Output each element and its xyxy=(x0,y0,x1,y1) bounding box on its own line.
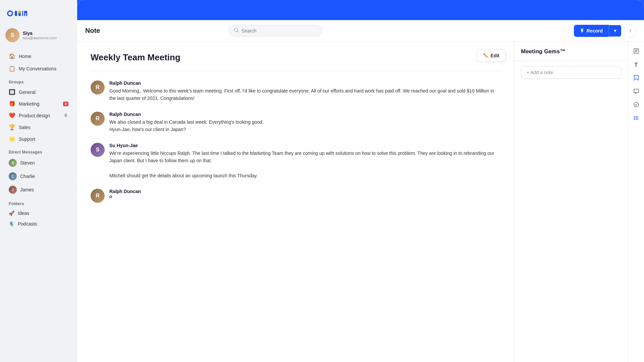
svg-point-16 xyxy=(634,116,635,117)
dm-label-charlie: Charlie xyxy=(20,174,35,179)
svg-rect-7 xyxy=(26,11,27,16)
svg-point-1 xyxy=(8,12,12,15)
sidebar-item-sales[interactable]: 🏆 Sales xyxy=(5,122,72,133)
message-author-ralph-2: Ralph Duncan xyxy=(109,112,264,117)
main-area: Note 🎙 Record ▼ ↑ xyxy=(77,0,644,362)
top-blue-strip xyxy=(77,0,644,20)
add-note-label: + Add a note xyxy=(527,70,553,75)
dm-label-steven: Steven xyxy=(20,160,35,166)
search-input[interactable] xyxy=(241,28,317,34)
sidebar-item-general-label: General xyxy=(19,89,36,95)
folder-label-ideas: Ideas xyxy=(18,210,29,216)
edit-label: Edit xyxy=(491,53,499,58)
folders-section-label: Folders xyxy=(9,201,72,206)
folder-item-ideas[interactable]: 🚀 Ideas xyxy=(5,208,72,218)
app-logo xyxy=(5,8,72,19)
sidebar-item-home-label: Home xyxy=(19,54,31,59)
conversations-icon: 📋 xyxy=(9,65,15,72)
search-bar[interactable] xyxy=(228,25,322,37)
note-panel: ✏️ Edit Weekly Team Meeting R Ralph Dunc… xyxy=(77,42,514,362)
sidebar: S Siya siya@awesome.com 🏠 Home 📋 My Conv… xyxy=(0,0,77,362)
svg-line-10 xyxy=(237,31,238,32)
record-dropdown-button[interactable]: ▼ xyxy=(609,25,621,37)
upload-button[interactable]: ↑ xyxy=(625,24,636,37)
user-name: Siya xyxy=(23,31,57,36)
svg-point-20 xyxy=(634,119,635,120)
sidebar-item-product-design[interactable]: ❤️ Product design 🎙 xyxy=(5,110,72,121)
user-email: siya@awesome.com xyxy=(23,36,57,40)
typing-dot-1 xyxy=(109,195,112,198)
support-icon: 🌟 xyxy=(9,136,15,142)
message-text-su-hyun: We're experiencing little hiccups Ralph.… xyxy=(109,149,500,180)
mic-icon: 🎙 xyxy=(64,113,68,118)
toolbar-check-button[interactable] xyxy=(630,99,642,111)
sidebar-item-support-label: Support xyxy=(19,136,35,142)
page-title: Note xyxy=(85,27,100,35)
add-note-button[interactable]: + Add a note xyxy=(521,66,621,79)
svg-rect-4 xyxy=(18,11,21,13)
typing-indicator xyxy=(109,195,141,198)
text-icon: T xyxy=(635,62,638,68)
header-bar: Note 🎙 Record ▼ ↑ xyxy=(77,20,644,42)
record-mic-icon: 🎙 xyxy=(580,28,585,34)
message-author-ralph-3: Ralph Duncan xyxy=(109,189,141,194)
dm-item-james[interactable]: J James xyxy=(5,183,72,196)
edit-button[interactable]: ✏️ Edit xyxy=(477,50,506,62)
toolbar-notes-button[interactable] xyxy=(630,46,642,58)
sidebar-item-product-design-label: Product design xyxy=(19,113,50,118)
note-divider xyxy=(91,71,500,71)
home-icon: 🏠 xyxy=(9,53,15,59)
user-avatar: S xyxy=(5,28,19,42)
toolbar-bookmark-button[interactable] xyxy=(630,72,642,84)
sidebar-item-marketing-label: Marketing xyxy=(19,101,39,107)
dm-label-james: James xyxy=(20,187,34,192)
dm-section-label: Direct Messages xyxy=(9,150,72,155)
toolbar-list-button[interactable] xyxy=(630,113,642,125)
avatar-su-hyun: S xyxy=(91,143,105,157)
dm-item-charlie[interactable]: C Charlie xyxy=(5,170,72,183)
sidebar-item-support[interactable]: 🌟 Support xyxy=(5,133,72,144)
general-icon: 🔲 xyxy=(9,89,15,95)
dm-item-steven[interactable]: S Steven xyxy=(5,157,72,169)
message-body-ralph-1: Ralph Duncan Good Morning,. Welcome to t… xyxy=(109,80,500,102)
folder-label-podcasts: Podcasts xyxy=(18,221,37,227)
record-button[interactable]: 🎙 Record xyxy=(574,25,609,37)
toolbar-text-button[interactable]: T xyxy=(630,59,642,71)
notes-icon xyxy=(633,48,639,55)
svg-rect-2 xyxy=(15,11,17,16)
user-info: Siya siya@awesome.com xyxy=(23,31,57,40)
message-block: R Ralph Duncan We also closed a big deal… xyxy=(91,112,500,133)
message-block: R Ralph Duncan Good Morning,. Welcome to… xyxy=(91,80,500,102)
message-text-ralph-1: Good Morning,. Welcome to this week's te… xyxy=(109,87,500,102)
meeting-gems-panel: Meeting Gems™ + Add a note xyxy=(514,42,628,362)
dm-avatar-steven: S xyxy=(9,159,17,167)
sidebar-item-my-conversations[interactable]: 📋 My Conversations xyxy=(5,63,72,74)
svg-rect-5 xyxy=(22,11,23,16)
ideas-folder-icon: 🚀 xyxy=(9,210,14,216)
content-area: ✏️ Edit Weekly Team Meeting R Ralph Dunc… xyxy=(77,42,644,362)
user-profile[interactable]: S Siya siya@awesome.com xyxy=(5,28,72,42)
dm-avatar-james: J xyxy=(9,186,17,194)
message-author-su-hyun: Su Hyun-Jae xyxy=(109,143,500,148)
avatar-ralph-3: R xyxy=(91,189,105,203)
avatar-ralph-1: R xyxy=(91,80,105,95)
message-body-su-hyun: Su Hyun-Jae We're experiencing little hi… xyxy=(109,143,500,180)
sidebar-item-sales-label: Sales xyxy=(19,125,31,130)
record-btn-group: 🎙 Record ▼ xyxy=(574,25,621,37)
sidebar-item-general[interactable]: 🔲 General xyxy=(5,86,72,98)
sidebar-item-marketing[interactable]: 🎁 Marketing 8 xyxy=(5,98,72,109)
svg-point-18 xyxy=(634,118,635,119)
message-text-ralph-2: We also closed a big deal in Canada last… xyxy=(109,118,264,133)
toolbar-chat-button[interactable] xyxy=(630,86,642,98)
right-toolbar: T xyxy=(628,42,644,362)
avatar-ralph-2: R xyxy=(91,112,105,126)
list-icon xyxy=(633,115,639,122)
check-icon xyxy=(633,102,639,109)
edit-icon: ✏️ xyxy=(483,53,489,58)
bookmark-icon xyxy=(634,75,639,82)
sidebar-item-home[interactable]: 🏠 Home xyxy=(5,50,72,62)
message-body-ralph-3: Ralph Duncan xyxy=(109,189,141,203)
folder-item-podcasts[interactable]: 🎙️ Podcasts xyxy=(5,219,72,229)
marketing-icon: 🎁 xyxy=(9,101,15,107)
podcasts-folder-icon: 🎙️ xyxy=(9,221,14,227)
